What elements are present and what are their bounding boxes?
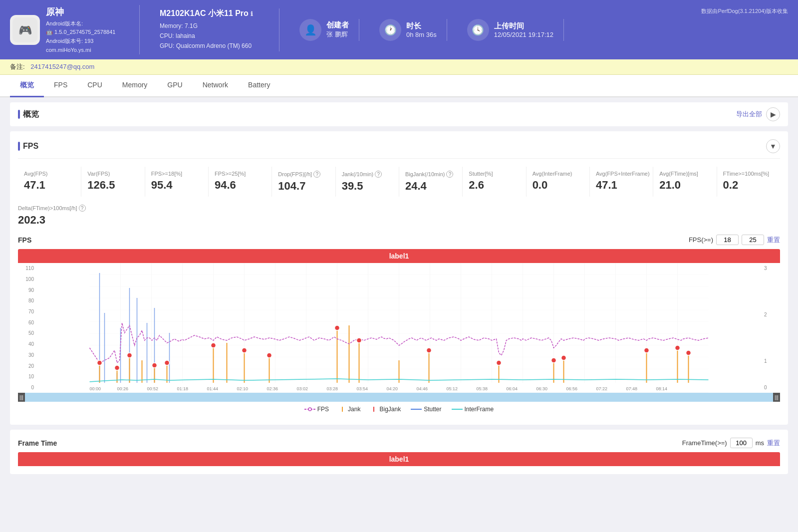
svg-point-56 bbox=[127, 353, 132, 358]
svg-text:06:56: 06:56 bbox=[566, 386, 578, 391]
stat-ftime-100: FTime>=100ms[%] 0.2 bbox=[717, 167, 780, 197]
chart-controls: FPS FPS(>=) 重置 bbox=[18, 235, 780, 245]
app-avatar: 🎮 bbox=[10, 15, 40, 45]
export-button[interactable]: 导出全部 bbox=[736, 110, 762, 119]
svg-point-68 bbox=[644, 348, 649, 353]
frametime-threshold-input[interactable] bbox=[730, 438, 753, 448]
svg-point-57 bbox=[152, 363, 157, 368]
creator-icon: 👤 bbox=[299, 19, 321, 41]
tab-fps[interactable]: FPS bbox=[44, 75, 77, 97]
svg-point-54 bbox=[97, 360, 102, 365]
svg-point-92 bbox=[308, 408, 311, 411]
tab-battery[interactable]: Battery bbox=[238, 75, 280, 97]
legend-stutter: Stutter bbox=[411, 406, 441, 413]
svg-point-69 bbox=[675, 345, 680, 350]
svg-point-65 bbox=[497, 360, 502, 365]
stat-drop-fps: Drop(FPS)[/h] ? 104.7 bbox=[272, 167, 335, 197]
fps-threshold-25[interactable] bbox=[742, 235, 764, 245]
svg-text:03:54: 03:54 bbox=[357, 386, 368, 391]
svg-text:01:44: 01:44 bbox=[207, 386, 219, 391]
header: 🎮 原神 Android版本名: 🤖 1.5.0_2574575_2578841… bbox=[0, 0, 798, 59]
stat-bigjank: BigJank(/10min) ? 24.4 bbox=[399, 167, 463, 197]
stat-jank: Jank(/10min) ? 39.5 bbox=[336, 167, 399, 197]
legend-bigjank: BigJank bbox=[370, 406, 401, 413]
tab-cpu[interactable]: CPU bbox=[77, 75, 112, 97]
delta-row: Delta(FTime)>100ms[/h] ? 202.3 bbox=[18, 205, 780, 227]
nav-tabs: 概览 FPS CPU Memory GPU Network Battery bbox=[0, 75, 798, 97]
svg-point-59 bbox=[211, 343, 216, 348]
stat-fps-18: FPS>=18[%] 95.4 bbox=[145, 167, 209, 197]
svg-point-63 bbox=[357, 338, 362, 343]
fps-threshold-18[interactable] bbox=[716, 235, 739, 245]
fps-reset-button[interactable]: 重置 bbox=[767, 236, 780, 245]
svg-text:03:02: 03:02 bbox=[297, 386, 308, 391]
upload-stat: 🕓 上传时间 12/05/2021 19:17:12 bbox=[457, 19, 564, 41]
scroll-left-handle[interactable]: ||| bbox=[18, 393, 25, 402]
delta-value: 202.3 bbox=[18, 214, 780, 227]
fps-chart-area: 00:00 00:26 00:52 01:18 01:44 02:10 02:3… bbox=[36, 263, 762, 393]
tab-memory[interactable]: Memory bbox=[112, 75, 158, 97]
svg-point-60 bbox=[242, 348, 247, 353]
overview-header: 概览 导出全部 ▶ bbox=[10, 102, 788, 126]
app-info: 🎮 原神 Android版本名: 🤖 1.5.0_2574575_2578841… bbox=[10, 5, 140, 54]
svg-point-61 bbox=[267, 353, 272, 358]
stat-avg-ftime: Avg(FTime)[ms] 21.0 bbox=[653, 167, 717, 197]
main-content: 概览 导出全部 ▶ FPS ▼ Avg(FPS) 47.1 Var(FPS) 1… bbox=[0, 97, 798, 479]
svg-point-62 bbox=[335, 325, 340, 330]
svg-text:02:10: 02:10 bbox=[237, 386, 249, 391]
fps-title: FPS bbox=[18, 142, 38, 151]
svg-text:00:52: 00:52 bbox=[147, 386, 159, 391]
frame-time-header: Frame Time FrameTime(>=) ms 重置 bbox=[18, 438, 780, 448]
fps-chart-outer: label1 1101009080706050403020100 bbox=[18, 249, 780, 417]
y-axis-left: 1101009080706050403020100 bbox=[18, 263, 36, 393]
fps-label-bar: label1 bbox=[18, 249, 780, 263]
stat-fps-25: FPS>=25[%] 94.6 bbox=[209, 167, 272, 197]
fps-collapse-button[interactable]: ▼ bbox=[766, 139, 780, 153]
svg-text:07:22: 07:22 bbox=[596, 386, 608, 391]
delta-help[interactable]: ? bbox=[79, 205, 86, 212]
upload-info: 上传时间 12/05/2021 19:17:12 bbox=[494, 21, 553, 38]
device-info: M2102K1AC 小米11 Pro ℹ Memory: 7.1G CPU: l… bbox=[150, 8, 279, 51]
app-details: 原神 Android版本名: 🤖 1.5.0_2574575_2578841 A… bbox=[46, 5, 115, 54]
frame-time-title: Frame Time bbox=[18, 439, 57, 447]
svg-text:06:04: 06:04 bbox=[507, 386, 518, 391]
note-bar: 备注: 2417415247@qq.com bbox=[0, 59, 798, 75]
legend-jank: Jank bbox=[339, 406, 360, 413]
fps-stats-row: Avg(FPS) 47.1 Var(FPS) 126.5 FPS>=18[%] … bbox=[18, 167, 780, 197]
stat-avg-interframe: Avg(InterFrame) 0.0 bbox=[527, 167, 590, 197]
overview-title: 概览 bbox=[18, 109, 39, 120]
y-axis-right: 3210 bbox=[762, 263, 780, 393]
tab-overview[interactable]: 概览 bbox=[10, 75, 44, 97]
svg-point-70 bbox=[686, 350, 691, 355]
svg-point-58 bbox=[165, 360, 170, 365]
svg-text:01:18: 01:18 bbox=[177, 386, 189, 391]
svg-text:08:14: 08:14 bbox=[656, 386, 668, 391]
device-meta: Memory: 7.1G CPU: lahaina GPU: Qualcomm … bbox=[160, 21, 269, 51]
fps-chart-legend: FPS Jank BigJank Stutter InterFrame bbox=[18, 402, 780, 417]
drop-fps-help[interactable]: ? bbox=[313, 171, 320, 178]
upload-icon: 🕓 bbox=[467, 19, 489, 41]
svg-text:02:36: 02:36 bbox=[267, 386, 278, 391]
svg-text:07:48: 07:48 bbox=[626, 386, 638, 391]
svg-point-55 bbox=[115, 365, 120, 370]
stat-avg-fps-interframe: Avg(FPS+InterFrame) 47.1 bbox=[590, 167, 653, 197]
jank-help[interactable]: ? bbox=[375, 171, 382, 178]
tab-gpu[interactable]: GPU bbox=[157, 75, 192, 97]
tab-network[interactable]: Network bbox=[193, 75, 238, 97]
svg-text:03:28: 03:28 bbox=[327, 386, 338, 391]
duration-info: 时长 0h 8m 36s bbox=[406, 21, 437, 38]
svg-text:06:30: 06:30 bbox=[536, 386, 548, 391]
chart-title: FPS bbox=[18, 236, 31, 244]
note-value: 2417415247@qq.com bbox=[30, 63, 94, 70]
svg-text:05:12: 05:12 bbox=[447, 386, 458, 391]
bigjank-help[interactable]: ? bbox=[446, 171, 453, 178]
frametime-reset-button[interactable]: 重置 bbox=[767, 439, 780, 448]
scroll-right-handle[interactable]: ||| bbox=[773, 393, 780, 402]
stat-avg-fps: Avg(FPS) 47.1 bbox=[18, 167, 81, 197]
chart-scrollbar[interactable]: ||| ||| bbox=[18, 393, 780, 402]
creator-stat: 👤 创建者 张 鹏辉 bbox=[289, 19, 359, 41]
stat-var-fps: Var(FPS) 126.5 bbox=[81, 167, 145, 197]
collapse-button[interactable]: ▶ bbox=[766, 107, 780, 121]
top-note: 数据由PerfDog(3.1.21204)版本收集 bbox=[701, 5, 788, 15]
svg-text:00:00: 00:00 bbox=[90, 386, 101, 391]
